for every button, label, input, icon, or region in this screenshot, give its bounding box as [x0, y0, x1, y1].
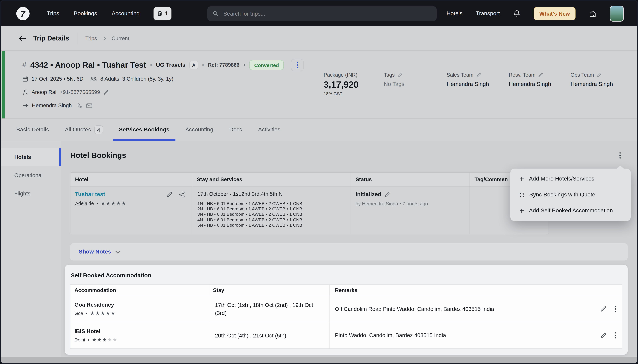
chevron-right-icon: [102, 36, 106, 41]
edit-accommodation-pencil-icon[interactable]: [600, 332, 607, 338]
travellers-icon: [90, 76, 97, 82]
show-notes-label: Show Notes: [79, 248, 111, 255]
edit-resv-team-pencil-icon[interactable]: [538, 72, 543, 78]
status-badge-converted: Converted: [249, 60, 284, 70]
stay-night-lines: 1N - HB • 6 01 Bedroom • 1 AWEB • 2 CWEB…: [197, 201, 347, 228]
tab-basic-details[interactable]: Basic Details: [10, 119, 55, 141]
column-header-hotel: Hotel: [70, 172, 192, 186]
whats-new-button[interactable]: What's New: [534, 7, 575, 20]
accommodation-stay: 17th Oct (1st) , 18th Oct (2nd) , 19th O…: [215, 301, 321, 317]
section-title-self-booked: Self Booked Accommodation: [71, 272, 622, 279]
table-row: Goa Residency Goa • ★★★★★ 17th Oct (1st)…: [70, 296, 622, 322]
accommodation-city: Delhi: [74, 337, 85, 342]
accommodation-remarks: Off Candolim Road Pinto Waddo, Candolim,…: [335, 306, 596, 312]
edit-status-pencil-icon[interactable]: [385, 192, 390, 197]
nav-item-trips[interactable]: Trips: [47, 10, 59, 17]
sidebar-item-hotels[interactable]: Hotels: [1, 148, 61, 166]
section-title-hotel-bookings: Hotel Bookings: [70, 151, 126, 160]
nav-item-transport[interactable]: Transport: [476, 10, 500, 17]
customer-name: Anoop Rai: [32, 89, 56, 95]
brand-logo-icon[interactable]: 7: [16, 7, 30, 20]
column-header-remarks: Remarks: [330, 285, 622, 296]
accommodation-name: IBIS Hotel: [74, 328, 205, 334]
nav-right: Hotels Transport What's New: [447, 6, 624, 22]
trip-dates: 17 Oct, 2025 • 5N, 6D: [32, 76, 83, 82]
separator-dot: •: [150, 62, 152, 68]
chevron-down-icon: [115, 250, 120, 254]
resv-team-block: Resv. Team Hemendra Singh: [509, 72, 551, 88]
tab-docs[interactable]: Docs: [223, 119, 248, 141]
tab-all-quotes[interactable]: All Quotes4: [59, 119, 109, 141]
show-notes-toggle[interactable]: Show Notes: [70, 243, 628, 260]
edit-ops-team-pencil-icon[interactable]: [597, 72, 602, 78]
edit-accommodation-pencil-icon[interactable]: [600, 306, 607, 312]
edit-sales-team-pencil-icon[interactable]: [476, 72, 481, 78]
nav-item-accounting[interactable]: Accounting: [112, 10, 140, 17]
breadcrumb-current[interactable]: Current: [112, 35, 129, 41]
user-avatar[interactable]: [610, 6, 624, 22]
hotel-name-link[interactable]: Tushar test: [75, 191, 105, 198]
edit-hotel-pencil-icon[interactable]: [166, 191, 173, 198]
back-arrow-icon[interactable]: [19, 35, 27, 42]
breadcrumb-trips[interactable]: Trips: [85, 35, 97, 41]
menu-item-add-self-booked[interactable]: Add Self Booked Accommodation: [510, 203, 631, 219]
sidebar-item-operational[interactable]: Operational: [1, 166, 61, 184]
phone-icon[interactable]: [77, 103, 83, 108]
search-bar[interactable]: [207, 6, 437, 21]
ops-team-label: Ops Team: [570, 72, 594, 78]
edit-phone-pencil-icon[interactable]: [103, 90, 109, 95]
home-icon[interactable]: [589, 10, 596, 18]
cart-count: 1: [165, 10, 168, 17]
arrow-right-icon: [22, 103, 29, 108]
sidebar-item-flights[interactable]: Flights: [1, 184, 61, 203]
column-header-stay: Stay: [209, 285, 330, 296]
nav-links: Trips Bookings Accounting: [47, 10, 140, 17]
tab-activities[interactable]: Activities: [252, 119, 286, 141]
tab-accounting[interactable]: Accounting: [179, 119, 219, 141]
column-header-accommodation: Accommodation: [70, 285, 209, 296]
share-icon[interactable]: [179, 191, 185, 198]
sync-icon: [519, 192, 525, 198]
trip-title: 4342 • Anoop Rai • Tushar Test: [30, 60, 146, 70]
breadcrumb-divider: [77, 33, 77, 44]
accommodation-kebab-button[interactable]: [615, 332, 616, 338]
bottom-scroll-track[interactable]: [1, 357, 637, 363]
booking-status: Initialized: [356, 191, 381, 198]
hotel-star-rating: ★★★★★: [101, 200, 127, 206]
trip-header: # 4342 • Anoop Rai • Tushar Test • UG Tr…: [1, 51, 637, 119]
menu-item-add-more-hotels[interactable]: Add More Hotels/Services: [510, 171, 631, 187]
top-nav: 7 Trips Bookings Accounting 1 Hotels Tra…: [1, 1, 637, 26]
status-green-strip: [2, 51, 5, 118]
separator-dot: •: [243, 62, 245, 68]
trip-pax: 8 Adults, 3 Children (5y, 3y, 1y): [100, 76, 173, 82]
bell-icon[interactable]: [513, 10, 520, 18]
search-input[interactable]: [223, 10, 431, 17]
resv-team-label: Resv. Team: [509, 72, 535, 78]
agency-name: UG Travels: [156, 62, 185, 68]
accommodation-kebab-button[interactable]: [615, 306, 616, 312]
trip-tabs: Basic Details All Quotes4 Services Booki…: [1, 119, 637, 141]
accommodation-stay: 20th Oct (4th) , 21st Oct (5th): [215, 331, 286, 339]
hotel-city: Adelaide: [75, 201, 94, 206]
hotel-bookings-kebab-button[interactable]: [615, 150, 625, 161]
sales-team-block: Sales Team Hemendra Singh: [447, 72, 489, 88]
cart-button[interactable]: 1: [153, 7, 171, 20]
customer-phone[interactable]: +91-8877665599: [60, 89, 100, 95]
nav-item-bookings[interactable]: Bookings: [74, 10, 97, 17]
hotel-bookings-table: Hotel Stay and Services Status Tag/Comme…: [70, 172, 548, 234]
resv-team-value: Hemendra Singh: [509, 81, 551, 88]
nav-item-hotels[interactable]: Hotels: [447, 10, 463, 17]
accommodation-name: Goa Residency: [74, 302, 205, 308]
ops-team-value: Hemendra Singh: [570, 81, 613, 88]
search-icon: [213, 10, 219, 16]
package-gst: 18% GST: [324, 91, 358, 96]
mail-icon[interactable]: [86, 103, 92, 108]
tags-block: Tags No Tags: [384, 72, 404, 88]
trip-actions-kebab-button[interactable]: [291, 59, 304, 71]
sales-team-label: Sales Team: [447, 72, 473, 78]
separator-dot: •: [97, 201, 98, 206]
tab-services-bookings[interactable]: Services Bookings: [113, 119, 175, 141]
edit-tags-pencil-icon[interactable]: [397, 72, 403, 78]
hotel-bookings-actions-menu: Add More Hotels/Services Sync Bookings w…: [510, 168, 631, 221]
menu-item-sync-bookings[interactable]: Sync Bookings with Quote: [510, 187, 631, 203]
